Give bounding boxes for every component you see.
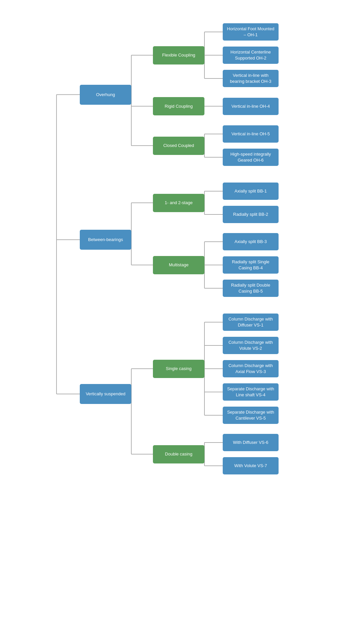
l2-box-double-casing: Double casing — [153, 445, 204, 463]
leaf-box-flexible-coupling-0: Horizontal Foot Mounted – OH-1 — [223, 23, 279, 41]
leaf-box-double-casing-0: With Diffuser VS-6 — [223, 434, 279, 451]
leaf-box-single-casing-0: Column Discharge with Diffuser VS-1 — [223, 314, 279, 331]
leaf-box-rigid-coupling-0: Vertical in-line OH-4 — [223, 98, 279, 115]
l2-box-closed-coupled: Closed Coupled — [153, 137, 204, 155]
leaf-box-one-two-stage-1: Radially split BB-2 — [223, 206, 279, 223]
leaf-box-single-casing-1: Column Discharge with Volute VS-2 — [223, 337, 279, 354]
l1-box-between-bearings: Between-bearings — [80, 230, 131, 250]
leaf-box-closed-coupled-1: High-speed integrally Geared OH-6 — [223, 149, 279, 166]
l2-box-rigid-coupling: Rigid Coupling — [153, 97, 204, 115]
leaf-box-closed-coupled-0: Vertical in-line OH-5 — [223, 125, 279, 143]
leaf-box-one-two-stage-0: Axially split BB-1 — [223, 183, 279, 200]
leaf-box-single-casing-2: Column Discharge with Axial Flow VS-3 — [223, 360, 279, 377]
leaf-box-single-casing-3: Separate Discharge with Line shaft VS-4 — [223, 383, 279, 401]
l2-box-single-casing: Single casing — [153, 360, 204, 378]
leaf-box-flexible-coupling-1: Horizontal Centerline Supported OH-2 — [223, 47, 279, 64]
l2-box-flexible-coupling: Flexible Coupling — [153, 46, 204, 64]
leaf-box-single-casing-4: Separate Discharge with Cantilever VS-5 — [223, 407, 279, 424]
l2-box-one-two-stage: 1- and 2-stage — [153, 194, 204, 212]
l1-box-vertically-suspended: Vertically suspended — [80, 384, 131, 404]
leaf-box-multistage-1: Radially split Single Casing BB-4 — [223, 256, 279, 274]
l1-box-overhung: Overhung — [80, 85, 131, 105]
leaf-box-multistage-2: Radially split Double Casing BB-5 — [223, 280, 279, 297]
leaf-box-multistage-0: Axially split BB-3 — [223, 233, 279, 250]
tree-container: OverhungFlexible CouplingHorizontal Foot… — [0, 0, 364, 498]
l2-box-multistage: Multistage — [153, 256, 204, 274]
leaf-box-flexible-coupling-2: Vertical in-line with bearing bracket OH… — [223, 70, 279, 87]
leaf-box-double-casing-1: With Volute VS-7 — [223, 457, 279, 474]
